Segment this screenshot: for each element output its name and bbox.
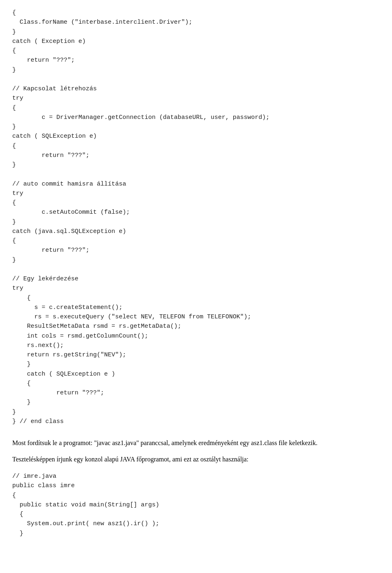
prose-paragraph-2: Tesztelésképpen írjunk egy konzol alapú … xyxy=(12,454,380,465)
prose-paragraph-1: Most fordítsuk le a programot: "javac as… xyxy=(12,438,380,448)
code-top-block: { Class.forName ("interbase.interclient.… xyxy=(12,8,380,426)
code-bottom-block: // imre.java public class imre { public … xyxy=(12,472,380,538)
